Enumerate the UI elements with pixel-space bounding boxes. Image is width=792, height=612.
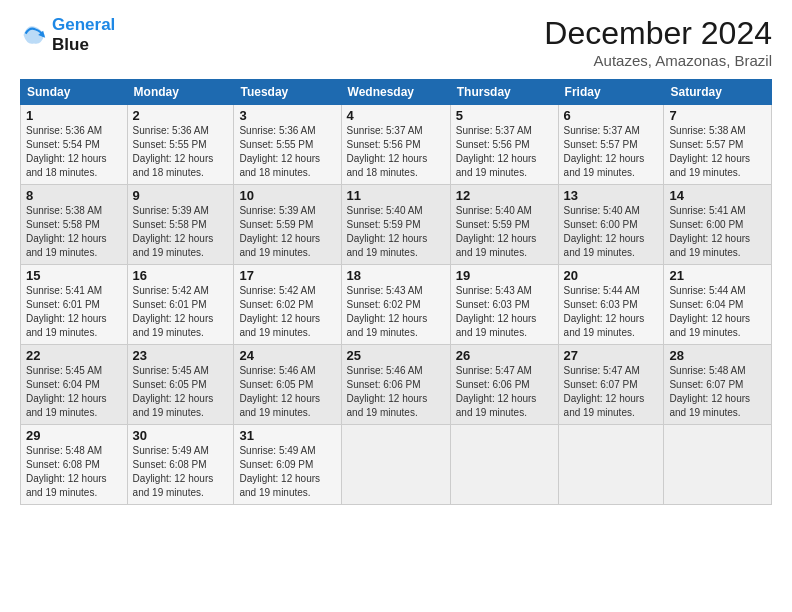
- day-number: 28: [669, 348, 766, 363]
- logo: General Blue: [20, 15, 115, 56]
- day-number: 13: [564, 188, 659, 203]
- title-block: December 2024 Autazes, Amazonas, Brazil: [544, 15, 772, 69]
- day-number: 26: [456, 348, 553, 363]
- calendar-table: Sunday Monday Tuesday Wednesday Thursday…: [20, 79, 772, 505]
- col-sunday: Sunday: [21, 80, 128, 105]
- table-row: 30 Sunrise: 5:49 AMSunset: 6:08 PMDaylig…: [127, 425, 234, 505]
- calendar-week-row: 1 Sunrise: 5:36 AMSunset: 5:54 PMDayligh…: [21, 105, 772, 185]
- table-row: 4 Sunrise: 5:37 AMSunset: 5:56 PMDayligh…: [341, 105, 450, 185]
- day-number: 29: [26, 428, 122, 443]
- day-number: 27: [564, 348, 659, 363]
- day-info: Sunrise: 5:41 AMSunset: 6:01 PMDaylight:…: [26, 285, 107, 338]
- calendar-header-row: Sunday Monday Tuesday Wednesday Thursday…: [21, 80, 772, 105]
- day-info: Sunrise: 5:47 AMSunset: 6:07 PMDaylight:…: [564, 365, 645, 418]
- col-saturday: Saturday: [664, 80, 772, 105]
- table-row: [341, 425, 450, 505]
- day-info: Sunrise: 5:43 AMSunset: 6:02 PMDaylight:…: [347, 285, 428, 338]
- day-number: 10: [239, 188, 335, 203]
- day-number: 6: [564, 108, 659, 123]
- day-number: 11: [347, 188, 445, 203]
- day-number: 7: [669, 108, 766, 123]
- day-number: 15: [26, 268, 122, 283]
- table-row: 23 Sunrise: 5:45 AMSunset: 6:05 PMDaylig…: [127, 345, 234, 425]
- calendar-week-row: 8 Sunrise: 5:38 AMSunset: 5:58 PMDayligh…: [21, 185, 772, 265]
- day-number: 23: [133, 348, 229, 363]
- table-row: [450, 425, 558, 505]
- day-info: Sunrise: 5:49 AMSunset: 6:08 PMDaylight:…: [133, 445, 214, 498]
- day-info: Sunrise: 5:49 AMSunset: 6:09 PMDaylight:…: [239, 445, 320, 498]
- table-row: 24 Sunrise: 5:46 AMSunset: 6:05 PMDaylig…: [234, 345, 341, 425]
- day-number: 14: [669, 188, 766, 203]
- table-row: 16 Sunrise: 5:42 AMSunset: 6:01 PMDaylig…: [127, 265, 234, 345]
- day-info: Sunrise: 5:46 AMSunset: 6:05 PMDaylight:…: [239, 365, 320, 418]
- table-row: 21 Sunrise: 5:44 AMSunset: 6:04 PMDaylig…: [664, 265, 772, 345]
- logo-text: General Blue: [52, 15, 115, 56]
- day-number: 12: [456, 188, 553, 203]
- day-info: Sunrise: 5:48 AMSunset: 6:08 PMDaylight:…: [26, 445, 107, 498]
- day-info: Sunrise: 5:44 AMSunset: 6:03 PMDaylight:…: [564, 285, 645, 338]
- day-number: 8: [26, 188, 122, 203]
- day-info: Sunrise: 5:36 AMSunset: 5:54 PMDaylight:…: [26, 125, 107, 178]
- day-info: Sunrise: 5:43 AMSunset: 6:03 PMDaylight:…: [456, 285, 537, 338]
- calendar-week-row: 15 Sunrise: 5:41 AMSunset: 6:01 PMDaylig…: [21, 265, 772, 345]
- table-row: 19 Sunrise: 5:43 AMSunset: 6:03 PMDaylig…: [450, 265, 558, 345]
- table-row: 27 Sunrise: 5:47 AMSunset: 6:07 PMDaylig…: [558, 345, 664, 425]
- col-wednesday: Wednesday: [341, 80, 450, 105]
- day-info: Sunrise: 5:40 AMSunset: 6:00 PMDaylight:…: [564, 205, 645, 258]
- table-row: 5 Sunrise: 5:37 AMSunset: 5:56 PMDayligh…: [450, 105, 558, 185]
- day-number: 5: [456, 108, 553, 123]
- day-info: Sunrise: 5:41 AMSunset: 6:00 PMDaylight:…: [669, 205, 750, 258]
- table-row: 1 Sunrise: 5:36 AMSunset: 5:54 PMDayligh…: [21, 105, 128, 185]
- main-title: December 2024: [544, 15, 772, 52]
- day-info: Sunrise: 5:45 AMSunset: 6:05 PMDaylight:…: [133, 365, 214, 418]
- day-number: 31: [239, 428, 335, 443]
- day-info: Sunrise: 5:37 AMSunset: 5:57 PMDaylight:…: [564, 125, 645, 178]
- day-number: 16: [133, 268, 229, 283]
- day-number: 2: [133, 108, 229, 123]
- table-row: 26 Sunrise: 5:47 AMSunset: 6:06 PMDaylig…: [450, 345, 558, 425]
- day-info: Sunrise: 5:37 AMSunset: 5:56 PMDaylight:…: [347, 125, 428, 178]
- day-info: Sunrise: 5:37 AMSunset: 5:56 PMDaylight:…: [456, 125, 537, 178]
- table-row: 25 Sunrise: 5:46 AMSunset: 6:06 PMDaylig…: [341, 345, 450, 425]
- day-info: Sunrise: 5:42 AMSunset: 6:01 PMDaylight:…: [133, 285, 214, 338]
- day-number: 18: [347, 268, 445, 283]
- day-number: 25: [347, 348, 445, 363]
- day-info: Sunrise: 5:38 AMSunset: 5:57 PMDaylight:…: [669, 125, 750, 178]
- subtitle: Autazes, Amazonas, Brazil: [544, 52, 772, 69]
- col-friday: Friday: [558, 80, 664, 105]
- table-row: 22 Sunrise: 5:45 AMSunset: 6:04 PMDaylig…: [21, 345, 128, 425]
- day-number: 17: [239, 268, 335, 283]
- table-row: 3 Sunrise: 5:36 AMSunset: 5:55 PMDayligh…: [234, 105, 341, 185]
- col-tuesday: Tuesday: [234, 80, 341, 105]
- table-row: 12 Sunrise: 5:40 AMSunset: 5:59 PMDaylig…: [450, 185, 558, 265]
- table-row: 13 Sunrise: 5:40 AMSunset: 6:00 PMDaylig…: [558, 185, 664, 265]
- day-info: Sunrise: 5:45 AMSunset: 6:04 PMDaylight:…: [26, 365, 107, 418]
- day-info: Sunrise: 5:40 AMSunset: 5:59 PMDaylight:…: [347, 205, 428, 258]
- table-row: 20 Sunrise: 5:44 AMSunset: 6:03 PMDaylig…: [558, 265, 664, 345]
- day-info: Sunrise: 5:39 AMSunset: 5:59 PMDaylight:…: [239, 205, 320, 258]
- day-number: 4: [347, 108, 445, 123]
- table-row: 8 Sunrise: 5:38 AMSunset: 5:58 PMDayligh…: [21, 185, 128, 265]
- day-number: 3: [239, 108, 335, 123]
- day-info: Sunrise: 5:46 AMSunset: 6:06 PMDaylight:…: [347, 365, 428, 418]
- calendar-week-row: 29 Sunrise: 5:48 AMSunset: 6:08 PMDaylig…: [21, 425, 772, 505]
- day-info: Sunrise: 5:40 AMSunset: 5:59 PMDaylight:…: [456, 205, 537, 258]
- table-row: [558, 425, 664, 505]
- table-row: 2 Sunrise: 5:36 AMSunset: 5:55 PMDayligh…: [127, 105, 234, 185]
- day-number: 1: [26, 108, 122, 123]
- table-row: 29 Sunrise: 5:48 AMSunset: 6:08 PMDaylig…: [21, 425, 128, 505]
- day-number: 19: [456, 268, 553, 283]
- day-info: Sunrise: 5:42 AMSunset: 6:02 PMDaylight:…: [239, 285, 320, 338]
- table-row: 11 Sunrise: 5:40 AMSunset: 5:59 PMDaylig…: [341, 185, 450, 265]
- col-thursday: Thursday: [450, 80, 558, 105]
- day-number: 24: [239, 348, 335, 363]
- table-row: 17 Sunrise: 5:42 AMSunset: 6:02 PMDaylig…: [234, 265, 341, 345]
- header: General Blue December 2024 Autazes, Amaz…: [20, 15, 772, 69]
- logo-icon: [20, 21, 48, 49]
- day-info: Sunrise: 5:39 AMSunset: 5:58 PMDaylight:…: [133, 205, 214, 258]
- table-row: 15 Sunrise: 5:41 AMSunset: 6:01 PMDaylig…: [21, 265, 128, 345]
- day-number: 20: [564, 268, 659, 283]
- day-info: Sunrise: 5:36 AMSunset: 5:55 PMDaylight:…: [239, 125, 320, 178]
- day-number: 9: [133, 188, 229, 203]
- table-row: 9 Sunrise: 5:39 AMSunset: 5:58 PMDayligh…: [127, 185, 234, 265]
